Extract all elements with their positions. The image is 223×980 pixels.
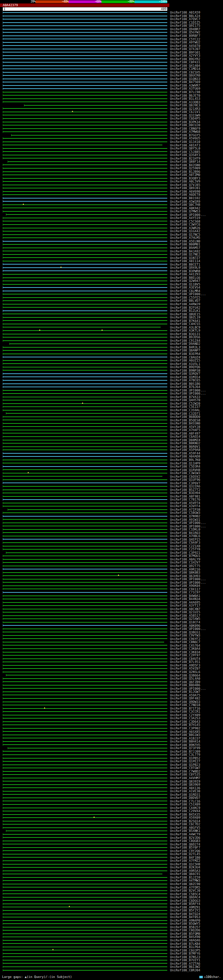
hit-row[interactable]: UniRef100_Q3S8Y3 xyxy=(0,154,223,157)
hit-row[interactable]: UniRef100_A4RWJ9 xyxy=(0,303,223,306)
hit-bar[interactable] xyxy=(3,340,167,341)
hit-bar[interactable] xyxy=(3,142,167,142)
hit-bar[interactable] xyxy=(3,466,167,467)
hit-row[interactable]: UniRef100_A8AQ46 xyxy=(0,939,223,942)
hit-label[interactable]: UniRef100_Q1PE27 xyxy=(170,760,201,763)
hit-bar[interactable] xyxy=(3,274,167,275)
hit-bar[interactable] xyxy=(3,960,167,961)
hit-label[interactable]: UniRef100_A1VE30 xyxy=(170,790,201,793)
hit-bar[interactable] xyxy=(3,599,167,599)
hit-row[interactable]: UniRef100_Q7MW53 xyxy=(0,210,223,213)
hit-row[interactable]: UniRef100_UPI000... xyxy=(0,522,223,525)
hit-label[interactable]: UniRef100_UPI000... xyxy=(170,392,206,395)
hit-row[interactable]: UniRef100_Q9X9L9 xyxy=(0,266,223,270)
hit-bar[interactable] xyxy=(3,635,167,636)
hit-label[interactable]: UniRef100_A4WCT9 xyxy=(170,833,201,836)
hit-label[interactable]: UniRef100_C0RJ04 xyxy=(170,969,201,972)
hit-label[interactable]: UniRef100_C71C97 xyxy=(170,591,201,594)
hit-label[interactable]: UniRef100_C7B176 xyxy=(170,498,201,501)
hit-bar[interactable] xyxy=(3,970,167,970)
hit-bar[interactable] xyxy=(3,111,167,112)
hit-bar[interactable] xyxy=(3,403,167,404)
hit-bar[interactable] xyxy=(3,450,167,450)
hit-bar[interactable] xyxy=(3,496,167,497)
hit-bar[interactable] xyxy=(3,460,167,460)
hit-row[interactable]: UniRef100_B4SSN0 xyxy=(0,422,223,425)
hit-bar[interactable] xyxy=(3,582,167,583)
hit-bar[interactable] xyxy=(3,904,167,904)
hit-bar[interactable] xyxy=(3,138,167,139)
hit-label[interactable]: UniRef100_B2K3U4 xyxy=(170,866,201,869)
hit-bar[interactable] xyxy=(3,794,167,795)
hit-label[interactable]: UniRef100_Q13410 xyxy=(170,140,201,143)
hit-bar[interactable] xyxy=(3,155,167,155)
hit-bar[interactable] xyxy=(6,830,167,831)
hit-bar[interactable] xyxy=(3,559,167,560)
hit-bar[interactable] xyxy=(3,731,167,732)
hit-label[interactable]: UniRef100_A3YT17 xyxy=(170,604,201,607)
hit-bar[interactable] xyxy=(3,102,167,102)
hit-row[interactable]: UniRef100_B7MFY6 xyxy=(0,952,223,956)
hit-label[interactable]: UniRef100_C3WYC6 xyxy=(170,223,201,226)
hit-row[interactable]: UniRef100_B1ZLK1 xyxy=(0,309,223,313)
hit-bar[interactable] xyxy=(3,456,167,457)
hit-bar[interactable] xyxy=(3,194,167,195)
hit-row[interactable]: UniRef100_A9TWU2 xyxy=(0,41,223,45)
hit-label[interactable]: UniRef100_A59X09 xyxy=(170,816,201,819)
hit-row[interactable]: UniRef100_Q7N9B2 xyxy=(0,515,223,518)
hit-bar[interactable] xyxy=(3,923,167,924)
hit-row[interactable]: UniRef100_C3P902 xyxy=(0,727,223,730)
hit-bar[interactable] xyxy=(3,589,167,589)
hit-bar[interactable] xyxy=(3,49,167,49)
hit-bar[interactable] xyxy=(3,410,167,410)
hit-label[interactable]: UniRef100_Q7MW53 xyxy=(170,210,201,213)
hit-label[interactable]: UniRef100_C6J1V1 xyxy=(170,111,201,114)
hit-bar[interactable] xyxy=(3,52,167,52)
hit-row[interactable]: UniRef100_B8D4B6 xyxy=(0,684,223,687)
hit-bar[interactable] xyxy=(3,310,167,311)
hit-bar[interactable] xyxy=(3,788,167,788)
hit-label[interactable]: UniRef100_D2TL45 xyxy=(170,853,201,856)
hit-row[interactable]: UniRef100_A1VE30 xyxy=(0,790,223,793)
hit-bar[interactable] xyxy=(3,648,167,649)
hit-label[interactable]: UniRef100_A0IA59 xyxy=(170,11,201,14)
hit-bar[interactable] xyxy=(3,562,167,563)
hit-bar[interactable] xyxy=(3,522,167,523)
hit-bar[interactable] xyxy=(3,62,167,62)
hit-label[interactable]: UniRef100_Q92T75 xyxy=(170,565,201,568)
hit-bar[interactable] xyxy=(3,400,167,401)
hit-bar[interactable] xyxy=(3,542,167,543)
hit-bar[interactable] xyxy=(3,668,167,669)
hit-label[interactable]: UniRef100_B7UIY1 xyxy=(170,959,201,962)
hit-row[interactable]: UniRef100_B9AM57 xyxy=(0,247,223,250)
hit-bar[interactable] xyxy=(3,357,167,357)
hit-bar[interactable] xyxy=(3,224,167,225)
hit-row[interactable]: UniRef100_Q83969 xyxy=(0,783,223,787)
hit-row[interactable]: UniRef100_A4VHM7 xyxy=(0,776,223,780)
hit-bar[interactable] xyxy=(3,393,167,394)
hit-bar[interactable] xyxy=(3,218,167,218)
hit-bar[interactable] xyxy=(3,827,167,828)
hit-label[interactable]: UniRef100_B8D4B6 xyxy=(170,684,201,687)
hit-row[interactable]: UniRef100_B2VCJ0 xyxy=(0,889,223,893)
hit-bar[interactable] xyxy=(3,645,167,646)
hit-bar[interactable] xyxy=(3,178,167,179)
hit-label[interactable]: UniRef100_D0CUJ0 xyxy=(170,124,201,127)
hit-bar[interactable] xyxy=(3,128,167,129)
hit-bar[interactable] xyxy=(3,804,167,805)
hit-bar[interactable] xyxy=(3,108,167,109)
hit-bar[interactable] xyxy=(3,453,167,454)
hit-bar[interactable] xyxy=(3,191,167,192)
hit-bar[interactable] xyxy=(3,940,167,941)
hit-label[interactable]: UniRef100_C4HCS5 xyxy=(170,323,201,326)
hit-bar[interactable] xyxy=(3,784,167,785)
hit-row[interactable]: UniRef100_C9VTW3 xyxy=(0,634,223,638)
hit-bar[interactable] xyxy=(3,490,167,490)
hit-label[interactable]: UniRef100_C6AEE4 xyxy=(170,435,201,438)
hit-label[interactable]: UniRef100_Q1UF96 xyxy=(170,478,201,482)
hit-label[interactable]: UniRef100_Q3S8Y3 xyxy=(170,154,201,157)
hit-bar[interactable] xyxy=(3,575,167,576)
hit-bar[interactable] xyxy=(3,698,167,699)
hit-label[interactable]: UniRef100_Q5L4A0 xyxy=(170,677,201,680)
hit-bar[interactable] xyxy=(3,204,167,205)
